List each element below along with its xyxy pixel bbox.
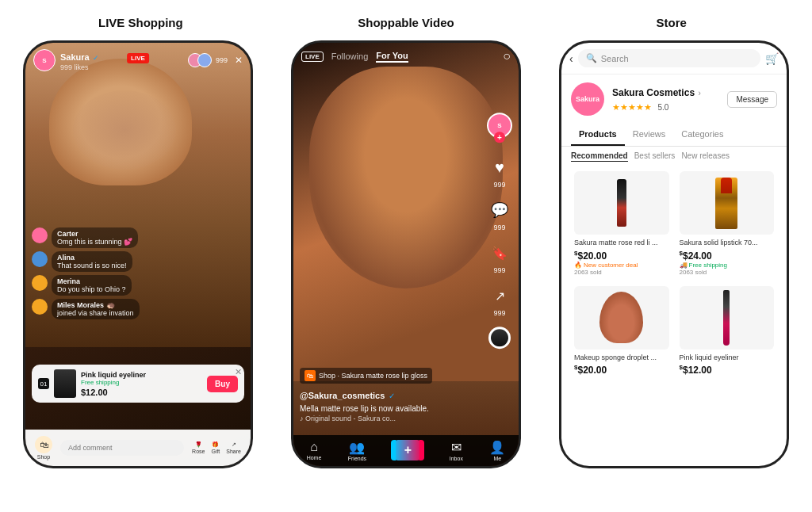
comment-text: Do you ship to Ohio ? [57,285,126,293]
tab-products[interactable]: Products [571,124,625,146]
gift-icon[interactable]: 🎁 Gift [211,441,220,454]
buy-button[interactable]: Buy [207,376,238,392]
comment-2: Alina That sound is so nice! [32,251,140,272]
search-icon: 🔍 [586,53,597,63]
message-button[interactable]: Message [727,91,777,108]
commenter-name: Alina [57,254,127,262]
tab-reviews[interactable]: Reviews [625,124,674,146]
product-price-1: $$20.00 [574,250,669,262]
brand-avatar: Sakura [571,82,604,116]
nav-inbox[interactable]: ✉ Inbox [450,440,463,461]
filter-best-sellers[interactable]: Best sellers [634,151,676,162]
product-number: 01 [38,378,49,389]
commenter-avatar [32,299,48,315]
commenter-name: Merina [57,277,126,285]
product-card-3[interactable]: Makeup sponge droplet ... $$20.00 [569,281,674,381]
music-disc-icon [488,327,511,349]
store-search-bar[interactable]: 🔍 Search [578,49,760,67]
commenter-name: Carter [57,230,132,238]
nav-home[interactable]: ⌂ Home [307,440,322,461]
search-input[interactable]: Search [601,54,629,63]
verified-icon: ✓ [389,392,395,400]
comment-input[interactable] [60,440,184,456]
back-icon[interactable]: ‹ [569,52,573,65]
sound-info: ♪ Original sound - Sakura co... [300,415,483,422]
rating-stars: ★★★★★ [612,102,652,112]
store-tabs: Products Reviews Categories [561,124,787,147]
product-card-1[interactable]: Sakura matte rose red li ... $$20.00 🔥 N… [569,166,674,281]
rose-icon[interactable]: 🌹 Rose [192,441,205,454]
video-bottom-info: 🛍 Shop · Sakura matte rose lip gloss @Sa… [300,367,483,423]
product-shipping-2: 🚚 Free shipping [680,262,775,269]
product-deal-1: 🔥 New customer deal [574,262,669,269]
search-icon[interactable]: ○ [503,49,511,63]
shop-product-name: Shop · Sakura matte rose lip gloss [319,372,427,380]
creator-avatar[interactable]: S + [487,113,512,138]
comment-1: Carter Omg this is stunning 💕 [32,227,140,248]
product-sold-2: 2063 sold [680,269,775,276]
creator-username: @Sakura_cosmetics [300,391,385,400]
tab-categories[interactable]: Categories [673,124,731,146]
nav-friends[interactable]: 👥 Friends [348,440,366,461]
share-icon[interactable]: ↗ Share [226,441,241,454]
streamer-name: Sakura [60,52,90,62]
following-tab[interactable]: Following [331,52,368,61]
rating-value: 5.0 [657,103,668,112]
product-price: $12.00 [81,388,202,397]
product-shipping: Free shipping [81,379,202,386]
product-price-3: $$20.00 [574,364,669,376]
cart-icon[interactable]: 🛒 [765,52,779,65]
nav-me[interactable]: 👤 Me [489,440,505,461]
comment-button[interactable]: 💬 999 [488,198,511,231]
product-image-1 [574,171,669,235]
brand-name: Sakura Cosmetics [612,87,695,98]
shop-label: Shop [37,454,50,460]
live-badge: LIVE [127,53,149,63]
video-right-bar: S + ♥ 999 💬 999 🔖 [487,113,512,349]
product-image-4 [680,286,775,350]
live-product-bar: 01 Pink liquid eyeliner Free shipping $1… [32,365,244,403]
product-close-icon[interactable]: ✕ [235,367,242,377]
product-price-4: $$12.00 [680,364,775,376]
streamer-avatar[interactable]: S [33,49,56,71]
video-description: Mella matte rose lip is now available. [300,404,483,413]
product-name: Pink liquid eyeliner [81,371,202,379]
filter-recommended[interactable]: Recommended [571,151,628,162]
product-price-2: $$24.00 [680,250,775,262]
sponge-image [599,292,643,343]
product-image-2 [680,171,775,235]
nav-create[interactable]: + [393,440,423,461]
comment-text: joined via share invation [57,309,134,317]
commenter-avatar [32,251,48,267]
comment-3: Merina Do you ship to Ohio ? [32,275,140,296]
store-phone: ‹ 🔍 Search 🛒 Sakura Sakura Cosmetics › [559,40,789,468]
product-name-4: Pink liquid eyeliner [680,353,775,363]
share-button[interactable]: ↗ 999 [488,284,511,317]
lipgloss-image [617,179,626,227]
commenter-avatar [32,227,48,243]
for-you-tab[interactable]: For You [376,51,408,63]
product-name-2: Sakura solid lipstick 70... [680,239,775,248]
filter-new-releases[interactable]: New releases [681,151,730,162]
product-image-3 [574,286,669,350]
shop-icon[interactable]: 🛍 Shop [35,436,52,460]
brand-info: Sakura Cosmetics › ★★★★★ 5.0 [612,85,719,113]
brand-arrow-icon: › [699,89,701,97]
shoppable-video-title: Shoppable Video [287,16,525,29]
product-card-4[interactable]: Pink liquid eyeliner $$12.00 [675,281,779,381]
shoppable-video-phone: LIVE Following For You ○ S + ♥ 999 [291,40,521,468]
product-grid: Sakura matte rose red li ... $$20.00 🔥 N… [561,166,787,380]
product-card-2[interactable]: Sakura solid lipstick 70... $$24.00 🚚 Fr… [675,166,779,281]
viewer-count: 999 [216,56,228,64]
product-info: Pink liquid eyeliner Free shipping $12.0… [81,371,202,397]
verified-icon: ✓ [93,54,99,62]
product-sold-1: 2063 sold [574,269,669,276]
follow-icon[interactable]: + [494,132,505,143]
close-icon[interactable]: ✕ [235,55,243,66]
create-button[interactable]: + [393,440,423,460]
store-profile-row: Sakura Sakura Cosmetics › ★★★★★ 5.0 Mess… [561,75,787,124]
bookmark-button[interactable]: 🔖 999 [488,241,511,274]
like-button[interactable]: ♥ 999 [488,155,511,189]
shop-product-tag[interactable]: 🛍 Shop · Sakura matte rose lip gloss [300,368,432,384]
product-name-1: Sakura matte rose red li ... [574,239,669,248]
